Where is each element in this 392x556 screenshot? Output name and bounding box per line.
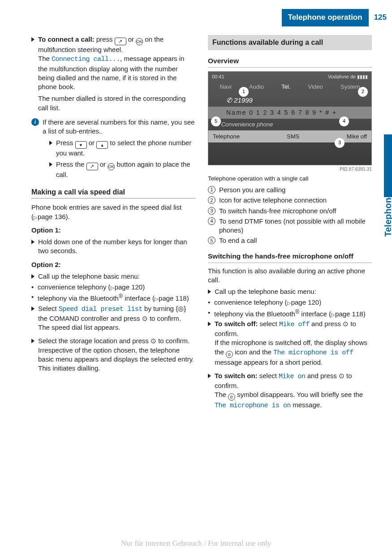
controller-press-icon: ⊙ (343, 320, 349, 328)
display-mike-on: Mike on (279, 373, 306, 380)
down-key-icon (75, 141, 87, 149)
page-ref-icon (155, 294, 159, 302)
up-key-icon (96, 141, 108, 149)
page-ref-icon (331, 310, 335, 318)
page-content: To connect a call: press ↗ or OK on the … (31, 35, 372, 415)
ok-button-icon: OK (136, 38, 143, 45)
mic-off-icon: ⊘ (228, 393, 235, 401)
heading-overview: Overview (208, 56, 372, 68)
substep-select-number: Press or to select the phone number you … (49, 138, 195, 158)
page-ref-icon (34, 213, 38, 220)
substep-place-call: Press the ↗ or OK button again to place … (49, 160, 195, 179)
running-header: Telephone operation (282, 9, 369, 26)
section-thumb-tab (384, 134, 392, 197)
step-switch-on: To switch on: select Mike on and press ⊙… (208, 371, 372, 414)
step-switch-off: To switch off: select Mike off and press… (208, 319, 372, 370)
circled-3-icon: 3 (208, 207, 215, 215)
controller-press-icon: ⊙ (142, 315, 148, 322)
callout-4: 4 (339, 116, 349, 126)
step-select-speed-dial-list: Select Speed dial preset list by turning… (31, 304, 195, 335)
heading-functions-during-call: Functions available during a call (208, 35, 372, 50)
page-number: 125 (369, 13, 392, 23)
phone-accept-key-icon: ↗ (115, 38, 126, 45)
page-ref-icon (287, 298, 291, 306)
step-marker-icon (31, 37, 34, 42)
heading-speed-dial: Making a call via speed dial (31, 187, 195, 199)
step-marker-icon (208, 374, 211, 378)
step-connect-call: To connect a call: press ↗ or OK on the … (31, 35, 195, 115)
info-note: i If there are several numbers for this … (31, 118, 195, 136)
step-marker-icon (49, 141, 52, 145)
callout-1: 1 (239, 87, 249, 97)
step-lead: To connect a call: (38, 35, 95, 43)
heading-switch-mic: Switching the hands-free microphone on/o… (208, 252, 372, 263)
legend-item-1: 1Person you are calling (208, 185, 372, 194)
option-1-label: Option 1: (31, 226, 195, 235)
bullet-icon (31, 283, 38, 292)
right-column: Functions available during a call Overvi… (208, 35, 372, 415)
display-message-connecting: Connecting call... (52, 56, 120, 63)
step-marker-icon (31, 274, 34, 279)
step-select-storage: Select the storage location and press ⊙ … (31, 336, 195, 375)
display-speed-dial-list: Speed dial preset list (59, 306, 142, 313)
controller-press-icon: ⊙ (339, 372, 345, 379)
circled-2-icon: 2 (208, 196, 215, 204)
step-marker-icon (49, 162, 52, 167)
mic-off-icon: ⊘ (226, 351, 233, 358)
display-mike-off: Mike off (279, 321, 310, 328)
bullet-convenience: convenience telephony (page 120) (31, 283, 195, 292)
bullet-convenience-r: convenience telephony (page 120) (208, 298, 372, 307)
circled-1-icon: 1 (208, 186, 215, 194)
step-hold-number-key: Hold down one of the number keys for lon… (31, 237, 195, 256)
legend-item-5: 5To end a call (208, 236, 372, 245)
page-ref-icon (111, 283, 115, 291)
step-marker-icon (208, 322, 211, 326)
bullet-icon (208, 308, 214, 319)
option-2-label: Option 2: (31, 260, 195, 269)
left-column: To connect a call: press ↗ or OK on the … (31, 35, 195, 415)
comand-screenshot: 00:41Vodafone de ▮▮▮▮ Navi Audio Tel. Vi… (208, 71, 372, 165)
step-marker-icon (208, 289, 211, 294)
internal-use-watermark: Nur für internen Gebrauch / For internal… (0, 539, 392, 549)
phone-handset-icon: ✆ (226, 96, 234, 104)
phone-accept-key-icon: ↗ (86, 163, 98, 170)
display-mic-is-on: The microphone is on (215, 402, 291, 409)
info-icon: i (31, 118, 39, 126)
callout-5: 5 (211, 116, 221, 126)
bullet-bluetooth-r: telephony via the Bluetooth® interface (… (208, 308, 372, 319)
callout-2: 2 (358, 87, 368, 97)
circled-4-icon: 4 (208, 217, 215, 225)
callout-3: 3 (335, 138, 345, 148)
page-header: Telephone operation 125 (282, 9, 392, 26)
bullet-icon (31, 293, 38, 303)
legend-item-2: 2Icon for active telephone connection (208, 196, 372, 205)
ok-button-icon: OK (108, 163, 115, 170)
step-marker-icon (31, 306, 34, 311)
display-mic-is-off: The microphone is off (273, 349, 353, 357)
bullet-bluetooth: telephony via the Bluetooth® interface (… (31, 293, 195, 303)
image-reference-number: P82.87-6391-31 (208, 166, 372, 172)
figure-caption: Telephone operation with a single call (208, 175, 372, 183)
step-call-basic-menu-r: Call up the telephone basic menu: (208, 287, 372, 296)
step-marker-icon (31, 240, 34, 244)
controller-turn-icon: {◎} (176, 305, 186, 312)
section-thumb-label: Telephone (382, 193, 392, 237)
bullet-icon (208, 298, 214, 307)
circled-5-icon: 5 (208, 237, 215, 244)
legend-item-3: 3To switch hands-free microphone on/off (208, 207, 372, 216)
step-marker-icon (31, 339, 34, 343)
controller-press-icon: ⊙ (151, 337, 156, 345)
legend-item-4: 4To send DTMF tones (not possible with a… (208, 217, 372, 235)
step-call-basic-menu: Call up the telephone basic menu: (31, 272, 195, 281)
